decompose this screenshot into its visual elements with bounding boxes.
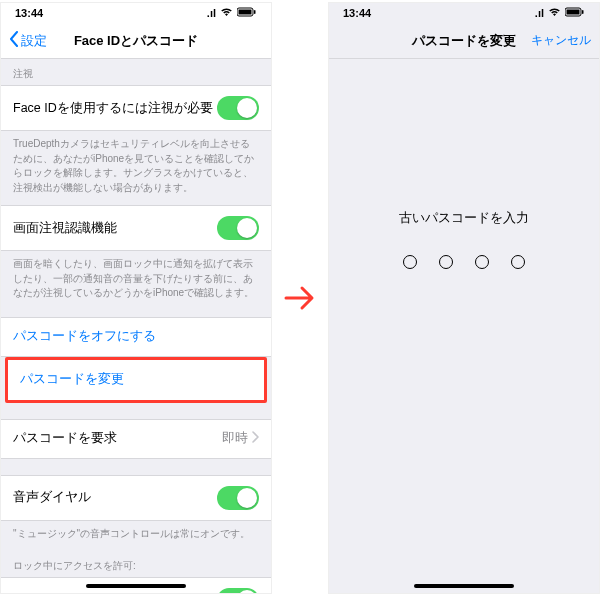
back-button[interactable]: 設定 <box>9 31 47 50</box>
turn-off-passcode-row[interactable]: パスコードをオフにする <box>1 317 271 357</box>
passcode-screen: 13:44 .ıl パスコードを変更 キャンセル 古いパスコードを入力 <box>328 2 600 594</box>
change-passcode-label: パスコードを変更 <box>20 371 124 388</box>
settings-content: 注視 Face IDを使用するには注視が必要 TrueDepthカメラはセキュリ… <box>1 59 271 593</box>
passcode-dot <box>439 255 453 269</box>
chevron-right-icon <box>252 431 259 446</box>
passcode-dots[interactable] <box>403 255 525 269</box>
status-bar: 13:44 .ıl <box>329 3 599 23</box>
screen-attention-row[interactable]: 画面注視認識機能 <box>1 205 271 251</box>
passcode-entry-area: 古いパスコードを入力 <box>329 59 599 593</box>
today-view-switch[interactable] <box>217 588 259 593</box>
faceid-attention-switch[interactable] <box>217 96 259 120</box>
screen-attention-footer: 画面を暗くしたり、画面ロック中に通知を拡げて表示したり、一部の通知音の音量を下げ… <box>1 251 271 311</box>
status-bar: 13:44 .ıl <box>1 3 271 23</box>
nav-bar: パスコードを変更 キャンセル <box>329 23 599 59</box>
passcode-dot <box>475 255 489 269</box>
screen-attention-label: 画面注視認識機能 <box>13 220 117 237</box>
voice-dial-row[interactable]: 音声ダイヤル <box>1 475 271 521</box>
require-passcode-row[interactable]: パスコードを要求 即時 <box>1 419 271 459</box>
require-passcode-label: パスコードを要求 <box>13 430 117 447</box>
cancel-button[interactable]: キャンセル <box>531 32 591 49</box>
home-indicator <box>414 584 514 588</box>
svg-rect-1 <box>239 10 252 15</box>
signal-icon: .ıl <box>207 7 216 19</box>
screen-attention-switch[interactable] <box>217 216 259 240</box>
passcode-dot <box>511 255 525 269</box>
faceid-attention-label: Face IDを使用するには注視が必要 <box>13 100 213 117</box>
wifi-icon <box>220 7 233 19</box>
status-right: .ıl <box>535 7 585 19</box>
flow-arrow <box>278 284 322 312</box>
svg-rect-5 <box>582 10 584 14</box>
battery-icon <box>565 7 585 19</box>
passcode-dot <box>403 255 417 269</box>
status-time: 13:44 <box>15 7 43 19</box>
faceid-attention-row[interactable]: Face IDを使用するには注視が必要 <box>1 85 271 131</box>
home-indicator <box>86 584 186 588</box>
back-label: 設定 <box>21 32 47 50</box>
chevron-left-icon <box>9 31 19 50</box>
signal-icon: .ıl <box>535 7 544 19</box>
arrow-right-icon <box>284 284 316 312</box>
status-time: 13:44 <box>343 7 371 19</box>
change-passcode-row[interactable]: パスコードを変更 <box>8 360 264 400</box>
voice-dial-footer: "ミュージック"の音声コントロールは常にオンです。 <box>1 521 271 552</box>
voice-dial-switch[interactable] <box>217 486 259 510</box>
voice-dial-label: 音声ダイヤル <box>13 489 91 506</box>
require-passcode-value: 即時 <box>222 430 248 447</box>
allow-access-header: ロック中にアクセスを許可: <box>1 551 271 577</box>
turn-off-passcode-label: パスコードをオフにする <box>13 328 156 345</box>
faceid-attention-footer: TrueDepthカメラはセキュリティレベルを向上させるために、あなたがiPho… <box>1 131 271 205</box>
passcode-prompt: 古いパスコードを入力 <box>399 209 529 227</box>
today-view-label: 今日の表示 <box>13 592 78 594</box>
change-passcode-highlight: パスコードを変更 <box>5 357 267 403</box>
battery-icon <box>237 7 257 19</box>
wifi-icon <box>548 7 561 19</box>
attention-header: 注視 <box>1 59 271 85</box>
svg-rect-2 <box>254 10 256 14</box>
nav-bar: 設定 Face IDとパスコード <box>1 23 271 59</box>
svg-rect-4 <box>567 10 580 15</box>
status-right: .ıl <box>207 7 257 19</box>
settings-screen: 13:44 .ıl 設定 Face IDとパスコード 注視 Face IDを使用… <box>0 2 272 594</box>
